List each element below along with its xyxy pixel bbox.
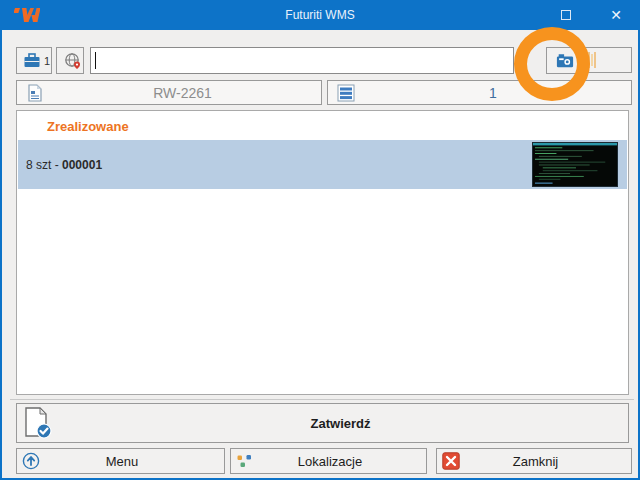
barcode-faded-icon [588,52,597,68]
close-app-label: Zamknij [460,454,631,469]
window-close-icon: ✕ [610,7,622,23]
maximize-icon [561,10,571,20]
list-lines-icon [337,84,355,102]
confirm-label: Zatwierdź [53,416,628,431]
text-caret [95,52,96,69]
menu-button[interactable]: Menu [16,448,225,474]
scan-input[interactable] [90,47,514,74]
line-count-field[interactable]: 1 [327,80,632,105]
globe-pin-icon [64,52,82,70]
camera-icon [556,52,574,70]
locations-button[interactable]: Lokalizacje [230,448,427,474]
list-item-row[interactable]: 8 szt - 000001 [18,140,627,189]
confirm-button[interactable]: Zatwierdź [16,403,629,443]
circle-up-arrow-icon [22,452,40,470]
secondary-scan-button[interactable] [585,47,632,73]
list-item-label: 8 szt - 000001 [26,158,102,172]
item-thumbnail [532,142,618,187]
document-number: RW-2261 [44,85,321,101]
red-x-icon [442,452,460,470]
briefcase-icon [23,52,41,70]
case-count-button[interactable]: 1 [16,47,52,74]
titlebar: Futuriti WMS ✕ [0,0,640,30]
separator-line [10,399,634,400]
list-item-code: 000001 [62,158,102,172]
maximize-button[interactable] [544,0,588,30]
camera-button[interactable] [546,47,579,74]
menu-label: Menu [40,454,224,469]
case-count-label: 1 [44,55,50,67]
document-number-field[interactable]: RW-2261 [16,80,322,105]
line-count: 1 [355,85,631,101]
locations-label: Lokalizacje [254,454,426,469]
location-lookup-button[interactable] [56,47,84,74]
completed-list-panel: Zrealizowane 8 szt - 000001 [16,110,629,395]
document-icon [26,84,44,102]
window-close-button[interactable]: ✕ [594,0,638,30]
page-check-icon [23,407,53,439]
scatter-dots-icon [236,452,254,470]
list-header: Zrealizowane [47,119,129,134]
app-window: Futuriti WMS ✕ 1 [0,0,640,480]
close-app-button[interactable]: Zamknij [436,448,632,474]
